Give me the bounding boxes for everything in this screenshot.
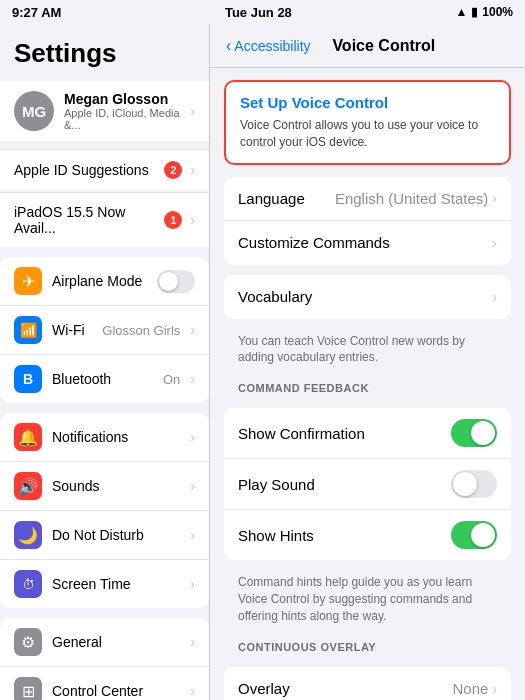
sidebar-item-bluetooth[interactable]: B Bluetooth On › bbox=[0, 355, 209, 403]
sidebar-item-general[interactable]: ⚙ General › bbox=[0, 618, 209, 667]
vocabulary-note: You can teach Voice Control new words by… bbox=[210, 329, 525, 377]
airplane-label: Airplane Mode bbox=[52, 273, 147, 289]
page-title: Voice Control bbox=[319, 37, 449, 55]
main-layout: Settings MG Megan Glosson Apple ID, iClo… bbox=[0, 24, 525, 700]
settings-group-system: ⚙ General › ⊞ Control Center › AA Displa… bbox=[0, 618, 209, 700]
right-nav: ‹ Accessibility Voice Control bbox=[210, 24, 525, 68]
notifications-icon: 🔔 bbox=[14, 423, 42, 451]
chevron-icon: › bbox=[492, 235, 497, 251]
setup-title: Set Up Voice Control bbox=[240, 94, 495, 111]
play-sound-toggle[interactable] bbox=[451, 470, 497, 498]
language-label: Language bbox=[238, 190, 335, 207]
avatar: MG bbox=[14, 91, 54, 131]
settings-group-connectivity: ✈ Airplane Mode 📶 Wi-Fi Glosson Girls › … bbox=[0, 257, 209, 403]
command-feedback-group: Show Confirmation Play Sound Show Hints bbox=[224, 408, 511, 560]
show-confirmation-row[interactable]: Show Confirmation bbox=[224, 408, 511, 459]
sidebar-item-airplane-mode[interactable]: ✈ Airplane Mode bbox=[0, 257, 209, 306]
notifications-label: Notifications bbox=[52, 429, 180, 445]
sidebar-item-dnd[interactable]: 🌙 Do Not Disturb › bbox=[0, 511, 209, 560]
dnd-icon: 🌙 bbox=[14, 521, 42, 549]
overlay-row[interactable]: Overlay None › bbox=[224, 667, 511, 700]
command-feedback-note: Command hints help guide you as you lear… bbox=[210, 570, 525, 634]
screen-time-icon: ⏱ bbox=[14, 570, 42, 598]
ipad-update-row[interactable]: iPadOS 15.5 Now Avail... 1 › bbox=[0, 192, 209, 247]
chevron-icon: › bbox=[190, 162, 195, 178]
chevron-icon: › bbox=[492, 681, 497, 697]
bluetooth-label: Bluetooth bbox=[52, 371, 153, 387]
wifi-icon: 📶 bbox=[14, 316, 42, 344]
back-chevron-icon: ‹ bbox=[226, 37, 231, 55]
sidebar-item-sounds[interactable]: 🔊 Sounds › bbox=[0, 462, 209, 511]
control-center-icon: ⊞ bbox=[14, 677, 42, 700]
chevron-icon: › bbox=[492, 289, 497, 305]
chevron-icon: › bbox=[190, 634, 195, 650]
chevron-icon: › bbox=[190, 429, 195, 445]
play-sound-label: Play Sound bbox=[238, 476, 451, 493]
show-hints-row[interactable]: Show Hints bbox=[224, 510, 511, 560]
customize-commands-label: Customize Commands bbox=[238, 234, 492, 251]
sidebar-item-notifications[interactable]: 🔔 Notifications › bbox=[0, 413, 209, 462]
show-hints-label: Show Hints bbox=[238, 527, 451, 544]
airplane-toggle[interactable] bbox=[157, 270, 195, 293]
back-label: Accessibility bbox=[234, 38, 310, 54]
dnd-label: Do Not Disturb bbox=[52, 527, 180, 543]
overlay-group: Overlay None › bbox=[224, 667, 511, 700]
setup-voice-control-box[interactable]: Set Up Voice Control Voice Control allow… bbox=[224, 80, 511, 165]
suggestions-badge: 2 bbox=[164, 161, 182, 179]
wifi-value: Glosson Girls bbox=[102, 323, 180, 338]
sidebar-title: Settings bbox=[0, 24, 209, 77]
update-label: iPadOS 15.5 Now Avail... bbox=[14, 204, 156, 236]
chevron-icon: › bbox=[190, 478, 195, 494]
chevron-icon: › bbox=[190, 322, 195, 338]
airplane-icon: ✈ bbox=[14, 267, 42, 295]
sidebar-item-control-center[interactable]: ⊞ Control Center › bbox=[0, 667, 209, 700]
status-bar: 9:27 AM Tue Jun 28 ▲ ▮ 100% bbox=[0, 0, 525, 24]
update-badge: 1 bbox=[164, 211, 182, 229]
chevron-icon: › bbox=[190, 527, 195, 543]
general-label: General bbox=[52, 634, 180, 650]
profile-sub: Apple ID, iCloud, Media &... bbox=[64, 107, 180, 131]
setup-desc: Voice Control allows you to use your voi… bbox=[240, 117, 495, 151]
continuous-overlay-header: CONTINUOUS OVERLAY bbox=[210, 635, 525, 657]
sidebar: Settings MG Megan Glosson Apple ID, iClo… bbox=[0, 24, 210, 700]
back-button[interactable]: ‹ Accessibility bbox=[226, 37, 311, 55]
profile-info: Megan Glosson Apple ID, iCloud, Media &.… bbox=[64, 91, 180, 131]
settings-group-notifications: 🔔 Notifications › 🔊 Sounds › 🌙 Do Not Di… bbox=[0, 413, 209, 608]
sidebar-item-wifi[interactable]: 📶 Wi-Fi Glosson Girls › bbox=[0, 306, 209, 355]
command-feedback-header: COMMAND FEEDBACK bbox=[210, 376, 525, 398]
battery-icon: ▮ bbox=[471, 5, 478, 19]
chevron-icon: › bbox=[492, 190, 497, 206]
chevron-icon: › bbox=[190, 212, 195, 228]
customize-commands-row[interactable]: Customize Commands › bbox=[224, 221, 511, 265]
sounds-icon: 🔊 bbox=[14, 472, 42, 500]
general-icon: ⚙ bbox=[14, 628, 42, 656]
wifi-label: Wi-Fi bbox=[52, 322, 92, 338]
show-hints-toggle[interactable] bbox=[451, 521, 497, 549]
language-value: English (United States) bbox=[335, 190, 488, 207]
play-sound-row[interactable]: Play Sound bbox=[224, 459, 511, 510]
wifi-icon: ▲ bbox=[455, 5, 467, 19]
chevron-icon: › bbox=[190, 683, 195, 699]
status-icons: ▲ ▮ 100% bbox=[455, 5, 513, 19]
status-time: 9:27 AM bbox=[12, 5, 61, 20]
apple-id-suggestions-row[interactable]: Apple ID Suggestions 2 › bbox=[0, 149, 209, 190]
control-center-label: Control Center bbox=[52, 683, 180, 699]
status-day: Tue Jun 28 bbox=[225, 5, 292, 20]
language-commands-group: Language English (United States) › Custo… bbox=[224, 177, 511, 265]
sounds-label: Sounds bbox=[52, 478, 180, 494]
profile-item[interactable]: MG Megan Glosson Apple ID, iCloud, Media… bbox=[0, 81, 209, 141]
bluetooth-icon: B bbox=[14, 365, 42, 393]
right-panel: ‹ Accessibility Voice Control Set Up Voi… bbox=[210, 24, 525, 700]
profile-name: Megan Glosson bbox=[64, 91, 180, 107]
chevron-icon: › bbox=[190, 371, 195, 387]
screen-time-label: Screen Time bbox=[52, 576, 180, 592]
vocabulary-label: Vocabulary bbox=[238, 288, 492, 305]
sidebar-item-screen-time[interactable]: ⏱ Screen Time › bbox=[0, 560, 209, 608]
chevron-icon: › bbox=[190, 576, 195, 592]
bluetooth-value: On bbox=[163, 372, 180, 387]
battery-percent: 100% bbox=[482, 5, 513, 19]
overlay-label: Overlay bbox=[238, 680, 452, 697]
show-confirmation-toggle[interactable] bbox=[451, 419, 497, 447]
language-row[interactable]: Language English (United States) › bbox=[224, 177, 511, 221]
vocabulary-row[interactable]: Vocabulary › bbox=[224, 275, 511, 319]
